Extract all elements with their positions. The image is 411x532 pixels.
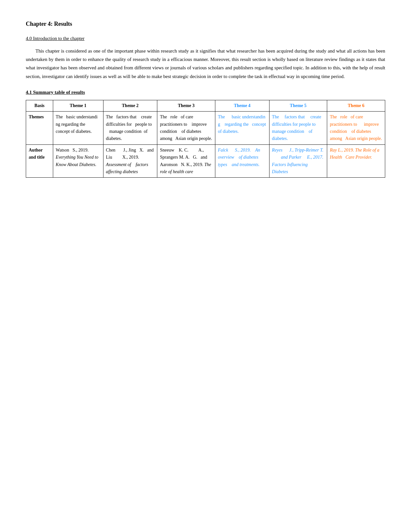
theme2-description: The factors that create difficulties for… (103, 112, 157, 145)
theme1-description: The basic understandi ng regarding the c… (53, 112, 103, 145)
theme6-author: Ray L., 2019. The Role of a Health Care … (327, 144, 385, 178)
header-theme1: Theme 1 (53, 100, 103, 111)
theme2-author: Chen J., Jing X. and Liu X., 2019. Asses… (103, 144, 157, 178)
section-intro-title: 4.0 Introduction to the chapter (26, 34, 385, 42)
header-theme4: Theme 4 (215, 100, 269, 111)
basis-author: Author and title (26, 144, 53, 178)
theme1-author: Watson S., 2019. Everything You Need to … (53, 144, 103, 178)
theme4-description: The basic understandin g regarding the c… (215, 112, 269, 145)
header-theme2: Theme 2 (103, 100, 157, 111)
header-theme6: Theme 6 (327, 100, 385, 111)
header-theme3: Theme 3 (157, 100, 215, 111)
author-row: Author and title Watson S., 2019. Everyt… (26, 144, 385, 178)
header-theme5: Theme 5 (269, 100, 327, 111)
chapter-title: Chapter 4: Results (26, 19, 385, 29)
theme3-description: The role of care practitioners to improv… (157, 112, 215, 145)
theme5-description: The factors that create difficulties for… (269, 112, 327, 145)
theme3-author: Sneeuw K. C. A., Sprangers M. A. G. and … (157, 144, 215, 178)
header-basis: Basis (26, 100, 53, 111)
intro-paragraph: This chapter is considered as one of the… (26, 47, 385, 81)
theme5-author: Reyes J., Tripp-Reimer T. and Parker E.,… (269, 144, 327, 178)
summary-table-title: 4.1 Summary table of results (26, 88, 385, 96)
theme6-description: The role of care practitioners to improv… (327, 112, 385, 145)
summary-table: Basis Theme 1 Theme 2 Theme 3 Theme 4 Th… (26, 100, 385, 178)
basis-themes: Themes (26, 112, 53, 145)
theme4-author: Falck S., 2019. An overview of diabetes … (215, 144, 269, 178)
themes-row: Themes The basic understandi ng regardin… (26, 112, 385, 145)
